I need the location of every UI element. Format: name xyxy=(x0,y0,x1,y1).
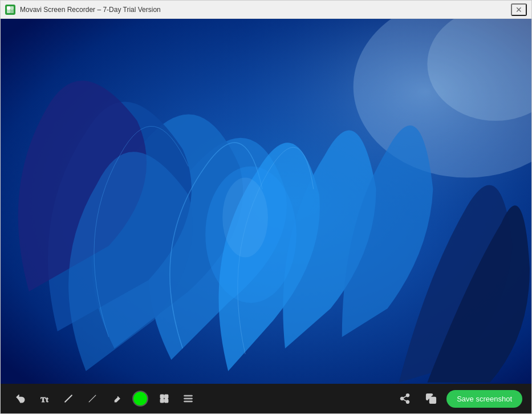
color-picker-button[interactable] xyxy=(129,388,151,409)
wallpaper-background xyxy=(1,19,531,384)
svg-rect-14 xyxy=(165,395,168,398)
svg-rect-19 xyxy=(184,401,193,402)
svg-rect-0 xyxy=(7,6,10,10)
svg-rect-3 xyxy=(10,10,14,13)
more-tools-button[interactable] xyxy=(177,388,199,409)
toolbar: Tt xyxy=(1,384,531,413)
svg-rect-1 xyxy=(10,6,14,10)
svg-rect-2 xyxy=(7,10,10,13)
svg-point-9 xyxy=(222,178,268,258)
svg-rect-15 xyxy=(160,399,164,403)
svg-point-22 xyxy=(407,400,409,403)
brush-tool-button[interactable] xyxy=(58,388,79,409)
svg-line-11 xyxy=(65,395,72,402)
close-button[interactable]: ✕ xyxy=(511,3,527,16)
svg-rect-13 xyxy=(160,395,164,398)
svg-line-12 xyxy=(89,395,96,402)
text-tool-button[interactable]: Tt xyxy=(34,388,55,409)
svg-rect-25 xyxy=(430,397,436,404)
screenshot-area xyxy=(1,19,531,384)
undo-button[interactable] xyxy=(10,388,31,409)
svg-line-23 xyxy=(403,399,407,401)
color-swatch xyxy=(132,391,148,407)
copy-button[interactable] xyxy=(420,388,442,409)
svg-text:Tt: Tt xyxy=(40,395,48,404)
shape-tool-button[interactable] xyxy=(153,388,175,409)
svg-rect-17 xyxy=(184,395,193,396)
line-tool-button[interactable] xyxy=(82,388,103,409)
toolbar-tools-left: Tt xyxy=(10,388,199,409)
pen-tool-button[interactable] xyxy=(105,388,127,409)
toolbar-tools-right: Save screenshot xyxy=(394,388,522,409)
app-window: Movavi Screen Recorder – 7-Day Trial Ver… xyxy=(0,0,532,414)
svg-line-24 xyxy=(403,396,407,397)
svg-rect-18 xyxy=(184,398,193,399)
share-button[interactable] xyxy=(394,388,416,409)
svg-rect-16 xyxy=(165,399,168,403)
title-bar-left: Movavi Screen Recorder – 7-Day Trial Ver… xyxy=(5,5,161,15)
svg-point-21 xyxy=(401,397,404,400)
window-title: Movavi Screen Recorder – 7-Day Trial Ver… xyxy=(20,6,161,14)
save-screenshot-button[interactable]: Save screenshot xyxy=(446,390,522,408)
title-bar: Movavi Screen Recorder – 7-Day Trial Ver… xyxy=(1,1,531,19)
app-icon xyxy=(5,5,15,15)
svg-point-20 xyxy=(407,394,409,397)
